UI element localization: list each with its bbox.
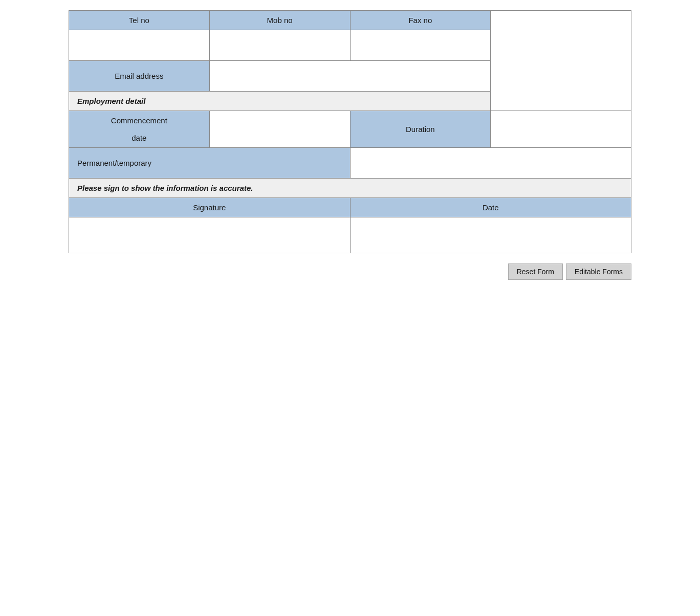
table-row-sig-date-data [69, 217, 631, 253]
email-address-value[interactable] [209, 61, 491, 92]
reset-form-button[interactable]: Reset Form [508, 263, 563, 280]
perm-temp-label: Permanent/temporary [69, 148, 351, 179]
email-address-label: Email address [69, 61, 210, 92]
duration-label: Duration [350, 111, 491, 148]
table-row-commencement-duration: Commencementdate Duration [69, 111, 631, 148]
mob-no-header: Mob no [209, 11, 350, 30]
editable-forms-button[interactable]: Editable Forms [566, 263, 631, 280]
perm-temp-input[interactable] [359, 159, 623, 167]
table-row-employment-header: Employment detail [69, 92, 631, 111]
date-input[interactable] [359, 231, 623, 239]
table-row-email: Email address [69, 61, 631, 92]
commencement-date-input[interactable] [218, 125, 342, 134]
perm-temp-value[interactable] [350, 148, 631, 179]
tel-no-value[interactable] [69, 30, 210, 61]
duration-value[interactable] [491, 111, 631, 148]
table-row-contact-headers: Tel no Mob no Fax no [69, 11, 631, 30]
employment-section-header: Employment detail [69, 92, 491, 111]
form-wrapper: Tel no Mob no Fax no Email address Emplo… [69, 10, 631, 280]
table-row-notice: Please sign to show the information is a… [69, 179, 631, 198]
form-table: Tel no Mob no Fax no Email address Emplo… [69, 10, 631, 253]
bottom-buttons: Reset Form Editable Forms [69, 263, 631, 280]
tel-no-input[interactable] [77, 41, 201, 50]
table-row-perm-temp: Permanent/temporary [69, 148, 631, 179]
signature-input[interactable] [77, 231, 342, 239]
date-label: Date [350, 198, 631, 217]
fax-no-input[interactable] [359, 41, 483, 50]
fax-no-value[interactable] [350, 30, 491, 61]
signature-label: Signature [69, 198, 351, 217]
duration-input[interactable] [499, 125, 623, 134]
date-value[interactable] [350, 217, 631, 253]
fax-no-header: Fax no [350, 11, 491, 30]
notice-text: Please sign to show the information is a… [69, 179, 631, 198]
signature-value[interactable] [69, 217, 351, 253]
mob-no-value[interactable] [209, 30, 350, 61]
commencement-date-value[interactable] [209, 111, 350, 148]
table-row-sig-date-headers: Signature Date [69, 198, 631, 217]
mob-no-input[interactable] [218, 41, 342, 50]
commencement-date-label: Commencementdate [69, 111, 210, 148]
table-row-contact-data [69, 30, 631, 61]
tel-no-header: Tel no [69, 11, 210, 30]
email-input[interactable] [218, 72, 483, 80]
